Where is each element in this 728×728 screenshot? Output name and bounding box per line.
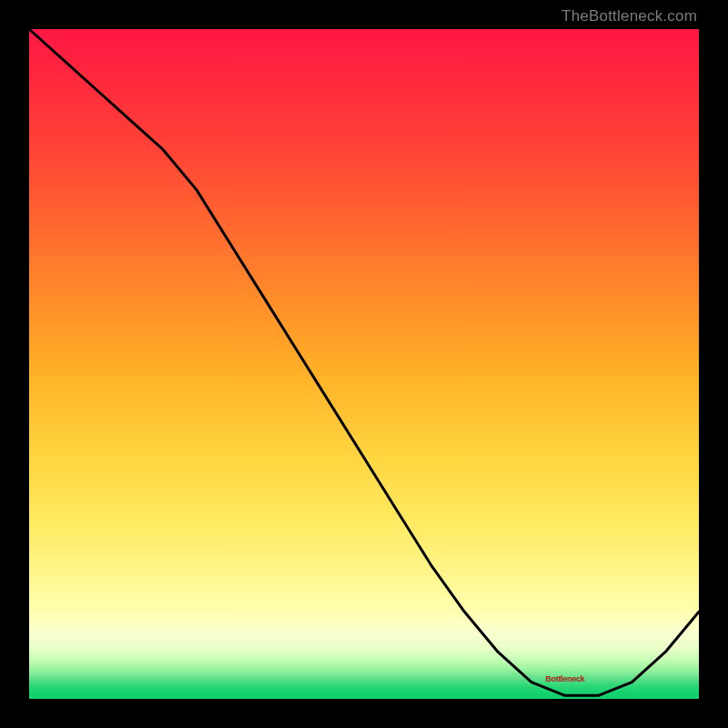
- bottleneck-annotation: Bottleneck: [545, 674, 584, 683]
- bottleneck-curve-line: [29, 29, 699, 695]
- chart-frame: TheBottleneck.com Bottleneck: [0, 0, 728, 728]
- line-chart-svg: [29, 29, 699, 699]
- watermark-text: TheBottleneck.com: [561, 7, 697, 25]
